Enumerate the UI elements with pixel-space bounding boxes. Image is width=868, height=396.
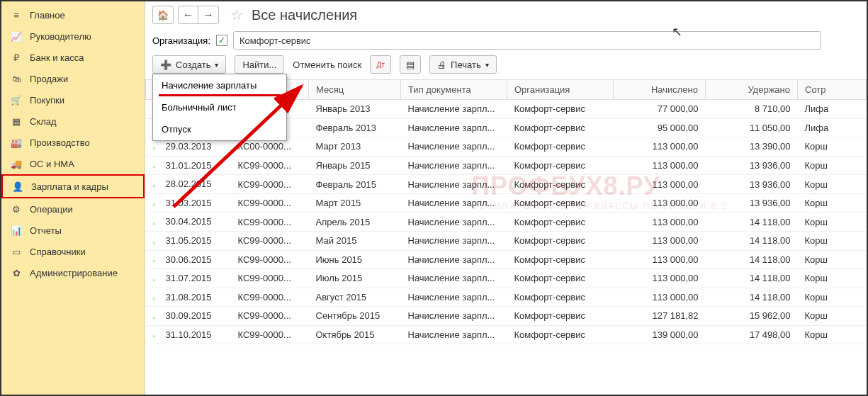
th-org[interactable]: Организация: [507, 80, 614, 100]
nav-history: ← →: [178, 6, 219, 24]
table-row[interactable]: 31.07.2015КС99-0000...Июль 2015Начислени…: [146, 269, 867, 288]
sidebar-item-label: Руководителю: [30, 31, 91, 42]
sidebar-item-main[interactable]: ≡Главное: [1, 4, 145, 26]
create-button[interactable]: ➕ Создать ▾: [152, 55, 226, 74]
doc-button[interactable]: ▤: [400, 55, 421, 74]
printer-icon: 🖨: [437, 60, 446, 70]
cancel-search-link[interactable]: Отменить поиск: [293, 60, 361, 70]
doc-status-icon: [153, 237, 163, 247]
chevron-down-icon: ▾: [215, 61, 218, 69]
th-month[interactable]: Месяц: [309, 80, 401, 100]
th-employee[interactable]: Сотр: [798, 80, 867, 100]
sidebar-item-assets[interactable]: 🚚ОС и НМА: [1, 153, 145, 174]
ruble-icon: ₽: [10, 52, 23, 63]
forward-button[interactable]: →: [198, 6, 218, 23]
doc-status-icon: [153, 217, 163, 227]
print-button[interactable]: 🖨Печать▾: [429, 55, 497, 74]
favorite-star-icon[interactable]: ☆: [230, 6, 243, 23]
book-icon: ▭: [10, 246, 23, 257]
toolbar: ➕ Создать ▾ Начисление зарплаты Больничн…: [145, 55, 867, 79]
filter-row: Организация: ✓ Комфорт-сервис: [145, 28, 867, 55]
sidebar-item-label: Банк и касса: [30, 52, 84, 63]
sidebar-item-reports[interactable]: 📊Отчеты: [1, 220, 145, 241]
org-input[interactable]: Комфорт-сервис: [233, 31, 821, 50]
table-row[interactable]: 28.02.2015КС99-0000...Февраль 2015Начисл…: [146, 175, 867, 194]
sidebar-item-label: Отчеты: [30, 225, 62, 236]
table-row[interactable]: 31.03.2015КС99-0000...Март 2015Начислени…: [146, 193, 867, 213]
sidebar-item-sales[interactable]: 🛍Продажи: [1, 68, 145, 89]
topbar: 🏠 ← → ☆ Все начисления: [145, 1, 867, 28]
sidebar-item-label: Покупки: [30, 95, 64, 106]
sidebar-item-label: Операции: [30, 204, 73, 215]
dropdown-item-vacation[interactable]: Отпуск: [153, 118, 286, 140]
th-accrued[interactable]: Начислено: [614, 80, 706, 100]
sidebar-item-label: Склад: [30, 116, 57, 127]
sidebar-item-bank[interactable]: ₽Банк и касса: [1, 47, 145, 68]
truck-icon: 🚚: [10, 158, 23, 169]
doc-icon: ▤: [406, 60, 415, 70]
doc-status-icon: [153, 330, 163, 340]
sidebar-item-production[interactable]: 🏭Производство: [1, 132, 145, 153]
cart-icon: 🛒: [10, 94, 23, 106]
main-panel: 🏠 ← → ☆ Все начисления Организация: ✓ Ко…: [145, 1, 867, 395]
sidebar-item-manager[interactable]: 📈Руководителю: [1, 26, 145, 47]
org-checkbox[interactable]: ✓: [216, 35, 227, 46]
sidebar: ≡Главное 📈Руководителю ₽Банк и касса 🛍Пр…: [1, 1, 145, 395]
gear-icon: ✿: [10, 267, 23, 278]
dropdown-item-sick[interactable]: Больничный лист: [153, 96, 286, 118]
factory-icon: 🏭: [10, 137, 23, 148]
dropdown-item-payroll[interactable]: Начисление зарплаты: [159, 74, 281, 96]
table-row[interactable]: 30.04.2015КС99-0000...Апрель 2015Начисле…: [146, 213, 867, 232]
sidebar-item-catalogs[interactable]: ▭Справочники: [1, 241, 145, 262]
doc-status-icon: [153, 180, 163, 190]
page-title: Все начисления: [252, 7, 357, 23]
dtkt-button[interactable]: Дт: [370, 55, 391, 74]
doc-status-icon: [153, 142, 163, 152]
create-dropdown: Начисление зарплаты Больничный лист Отпу…: [152, 74, 287, 141]
chart-icon: 📈: [10, 30, 23, 42]
th-withheld[interactable]: Удержано: [706, 80, 798, 100]
person-icon: 👤: [11, 181, 24, 192]
home-button[interactable]: 🏠: [152, 6, 174, 24]
bag-icon: 🛍: [10, 73, 23, 84]
chevron-down-icon: ▾: [485, 61, 489, 69]
sidebar-item-label: Продажи: [30, 74, 68, 84]
sidebar-item-label: Справочники: [30, 247, 86, 257]
doc-status-icon: [153, 312, 163, 322]
sidebar-item-label: ОС и НМА: [30, 159, 74, 169]
doc-status-icon: [153, 198, 163, 208]
find-button[interactable]: Найти...: [235, 55, 284, 74]
table-row[interactable]: 30.09.2015КС99-0000...Сентябрь 2015Начис…: [146, 307, 867, 326]
doc-status-icon: [153, 255, 163, 265]
sidebar-item-admin[interactable]: ✿Администрирование: [1, 262, 145, 283]
sidebar-item-operations[interactable]: ⚙Операции: [1, 198, 145, 220]
boxes-icon: ▦: [10, 115, 23, 127]
org-label: Организация:: [152, 35, 210, 46]
doc-status-icon: [153, 293, 163, 302]
table-row[interactable]: 30.06.2015КС99-0000...Июнь 2015Начислени…: [146, 250, 867, 269]
sidebar-item-salary[interactable]: 👤Зарплата и кадры: [1, 174, 145, 198]
dtkt-icon: Дт: [376, 61, 384, 69]
sidebar-item-label: Производство: [30, 137, 90, 148]
sidebar-item-label: Администрирование: [30, 268, 118, 278]
plus-icon: ➕: [160, 60, 171, 70]
table-row[interactable]: 31.05.2015КС99-0000...Май 2015Начисление…: [146, 231, 867, 250]
sidebar-item-label: Зарплата и кадры: [31, 181, 108, 192]
back-button[interactable]: ←: [179, 6, 198, 23]
doc-status-icon: [153, 161, 163, 171]
table-row[interactable]: 31.08.2015КС99-0000...Август 2015Начисле…: [146, 288, 867, 307]
menu-icon: ≡: [10, 9, 23, 21]
sidebar-item-warehouse[interactable]: ▦Склад: [1, 111, 145, 132]
sidebar-item-purchases[interactable]: 🛒Покупки: [1, 89, 145, 111]
doc-status-icon: [153, 274, 163, 284]
table-row[interactable]: 31.10.2015КС99-0000...Октябрь 2015Начисл…: [146, 325, 867, 344]
ops-icon: ⚙: [10, 203, 23, 215]
table-row[interactable]: 31.01.2015КС99-0000...Январь 2015Начисле…: [146, 156, 867, 175]
th-type[interactable]: Тип документа: [401, 80, 507, 100]
sidebar-item-label: Главное: [30, 10, 65, 21]
bars-icon: 📊: [10, 225, 23, 236]
